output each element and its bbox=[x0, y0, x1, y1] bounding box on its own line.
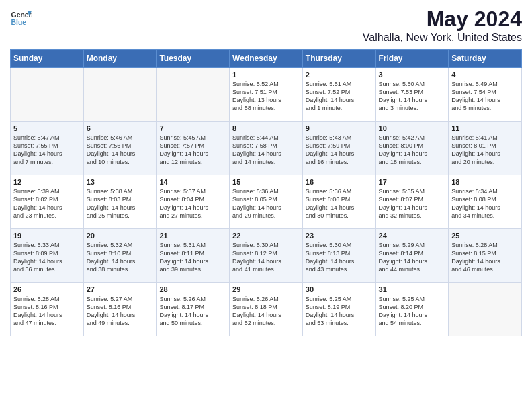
day-number: 16 bbox=[306, 178, 373, 186]
day-info: and 14 minutes. bbox=[232, 158, 300, 166]
day-info: and 5 minutes. bbox=[451, 104, 519, 112]
day-info: Sunrise: 5:37 AM bbox=[159, 187, 226, 195]
logo: General Blue bbox=[10, 7, 32, 28]
day-info: Sunset: 7:58 PM bbox=[232, 142, 300, 150]
day-info: Daylight: 14 hours bbox=[379, 96, 446, 104]
day-number: 24 bbox=[379, 232, 446, 240]
day-info: Sunrise: 5:36 AM bbox=[306, 187, 373, 195]
day-info: and 41 minutes. bbox=[232, 265, 300, 273]
day-number: 1 bbox=[232, 71, 300, 79]
day-info: Sunset: 8:19 PM bbox=[306, 303, 373, 311]
day-info: Daylight: 13 hours bbox=[232, 96, 300, 104]
calendar-cell: 28Sunrise: 5:26 AMSunset: 8:17 PMDayligh… bbox=[157, 283, 230, 336]
day-info: Sunset: 8:15 PM bbox=[451, 249, 519, 257]
day-info: Sunrise: 5:26 AM bbox=[232, 295, 300, 303]
day-info: Daylight: 14 hours bbox=[13, 203, 81, 212]
day-number: 4 bbox=[451, 71, 519, 79]
day-number: 13 bbox=[87, 178, 154, 186]
day-info: Daylight: 14 hours bbox=[232, 311, 300, 319]
calendar-cell: 23Sunrise: 5:30 AMSunset: 8:13 PMDayligh… bbox=[302, 229, 375, 283]
weekday-header-sunday: Sunday bbox=[11, 50, 84, 68]
day-info: and 23 minutes. bbox=[13, 212, 81, 220]
calendar-cell bbox=[83, 68, 157, 122]
calendar-week-1: 1Sunrise: 5:52 AMSunset: 7:51 PMDaylight… bbox=[11, 68, 522, 122]
weekday-header-saturday: Saturday bbox=[449, 50, 522, 68]
day-info: Sunrise: 5:29 AM bbox=[379, 241, 446, 249]
day-info: Sunset: 8:12 PM bbox=[232, 249, 300, 257]
day-info: and 54 minutes. bbox=[379, 319, 446, 327]
day-info: and 36 minutes. bbox=[13, 265, 81, 273]
day-info: Daylight: 14 hours bbox=[159, 203, 226, 212]
day-number: 21 bbox=[159, 232, 226, 240]
day-info: Daylight: 14 hours bbox=[87, 203, 154, 212]
day-info: Sunset: 8:07 PM bbox=[379, 195, 446, 203]
day-info: Sunrise: 5:41 AM bbox=[451, 134, 519, 142]
day-info: Daylight: 14 hours bbox=[306, 96, 373, 104]
day-info: and 18 minutes. bbox=[379, 158, 446, 166]
day-info: Daylight: 14 hours bbox=[159, 257, 226, 265]
logo-icon: General Blue bbox=[10, 7, 32, 28]
day-number: 14 bbox=[159, 178, 226, 186]
calendar-cell: 27Sunrise: 5:27 AMSunset: 8:16 PMDayligh… bbox=[83, 283, 157, 336]
day-info: Sunset: 8:08 PM bbox=[451, 195, 519, 203]
day-info: and 7 minutes. bbox=[13, 158, 81, 166]
day-info: Daylight: 14 hours bbox=[159, 150, 226, 158]
calendar-cell: 30Sunrise: 5:25 AMSunset: 8:19 PMDayligh… bbox=[302, 283, 375, 336]
day-info: Daylight: 14 hours bbox=[306, 203, 373, 212]
day-info: Sunrise: 5:43 AM bbox=[306, 134, 373, 142]
day-number: 8 bbox=[232, 124, 300, 132]
day-number: 12 bbox=[13, 178, 81, 186]
day-info: Sunrise: 5:26 AM bbox=[159, 295, 226, 303]
calendar-cell: 21Sunrise: 5:31 AMSunset: 8:11 PMDayligh… bbox=[157, 229, 230, 283]
calendar-cell: 31Sunrise: 5:25 AMSunset: 8:20 PMDayligh… bbox=[375, 283, 449, 336]
day-info: Sunset: 7:54 PM bbox=[451, 88, 519, 96]
day-info: Sunset: 8:18 PM bbox=[232, 303, 300, 311]
day-info: Daylight: 14 hours bbox=[87, 257, 154, 265]
day-info: Sunrise: 5:30 AM bbox=[232, 241, 300, 249]
day-number: 30 bbox=[306, 285, 373, 293]
day-info: Daylight: 14 hours bbox=[451, 96, 519, 104]
day-info: Sunrise: 5:51 AM bbox=[306, 80, 373, 88]
day-info: Sunrise: 5:50 AM bbox=[379, 80, 446, 88]
day-info: and 12 minutes. bbox=[159, 158, 226, 166]
title-block: May 2024 Valhalla, New York, United Stat… bbox=[363, 7, 522, 44]
day-info: Sunset: 7:51 PM bbox=[232, 88, 300, 96]
day-info: Sunset: 8:13 PM bbox=[306, 249, 373, 257]
day-number: 11 bbox=[451, 124, 519, 132]
day-number: 26 bbox=[13, 285, 81, 293]
day-info: Daylight: 14 hours bbox=[87, 311, 154, 319]
calendar-subtitle: Valhalla, New York, United States bbox=[363, 32, 522, 44]
day-info: Sunset: 8:10 PM bbox=[87, 249, 154, 257]
calendar-cell bbox=[157, 68, 230, 122]
weekday-header-wednesday: Wednesday bbox=[230, 50, 303, 68]
day-info: and 32 minutes. bbox=[379, 212, 446, 220]
day-info: Sunrise: 5:52 AM bbox=[232, 80, 300, 88]
day-info: and 30 minutes. bbox=[306, 212, 373, 220]
calendar-cell: 9Sunrise: 5:43 AMSunset: 7:59 PMDaylight… bbox=[302, 122, 375, 175]
calendar-cell: 17Sunrise: 5:35 AMSunset: 8:07 PMDayligh… bbox=[375, 175, 449, 229]
calendar-cell: 5Sunrise: 5:47 AMSunset: 7:55 PMDaylight… bbox=[11, 122, 84, 175]
day-info: and 44 minutes. bbox=[379, 265, 446, 273]
day-info: Sunset: 8:14 PM bbox=[379, 249, 446, 257]
svg-text:Blue: Blue bbox=[11, 19, 27, 26]
day-info: Daylight: 14 hours bbox=[379, 311, 446, 319]
calendar-cell: 10Sunrise: 5:42 AMSunset: 8:00 PMDayligh… bbox=[375, 122, 449, 175]
calendar-cell: 8Sunrise: 5:44 AMSunset: 7:58 PMDaylight… bbox=[230, 122, 303, 175]
weekday-header-friday: Friday bbox=[375, 50, 449, 68]
day-info: Sunrise: 5:34 AM bbox=[451, 187, 519, 195]
day-number: 7 bbox=[159, 124, 226, 132]
calendar-cell: 2Sunrise: 5:51 AMSunset: 7:52 PMDaylight… bbox=[302, 68, 375, 122]
day-info: and 20 minutes. bbox=[451, 158, 519, 166]
day-info: Sunrise: 5:45 AM bbox=[159, 134, 226, 142]
day-info: Sunrise: 5:28 AM bbox=[451, 241, 519, 249]
day-info: Sunrise: 5:44 AM bbox=[232, 134, 300, 142]
day-info: and 58 minutes. bbox=[232, 104, 300, 112]
day-info: Sunrise: 5:35 AM bbox=[379, 187, 446, 195]
day-info: Sunrise: 5:38 AM bbox=[87, 187, 154, 195]
day-info: Sunrise: 5:47 AM bbox=[13, 134, 81, 142]
calendar-cell: 14Sunrise: 5:37 AMSunset: 8:04 PMDayligh… bbox=[157, 175, 230, 229]
day-info: Sunrise: 5:31 AM bbox=[159, 241, 226, 249]
calendar-cell: 24Sunrise: 5:29 AMSunset: 8:14 PMDayligh… bbox=[375, 229, 449, 283]
day-info: Daylight: 14 hours bbox=[13, 311, 81, 319]
weekday-header-monday: Monday bbox=[83, 50, 157, 68]
